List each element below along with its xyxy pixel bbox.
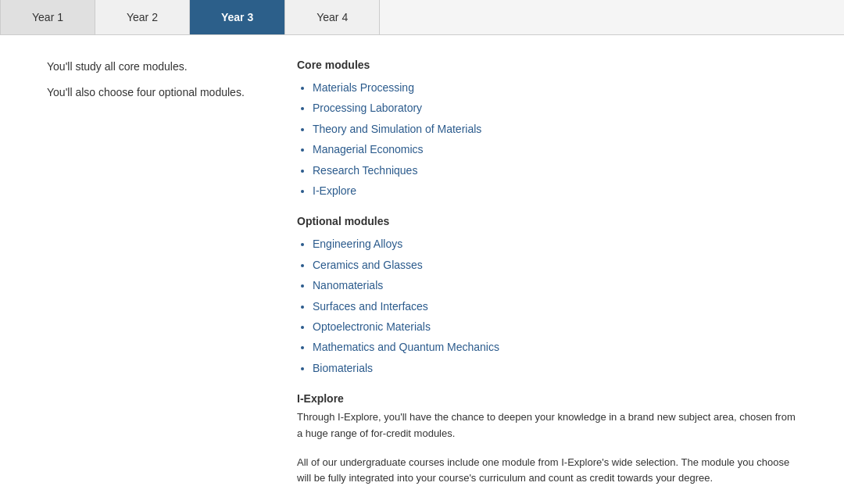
tab-year1[interactable]: Year 1 [0,0,95,34]
list-item: Theory and Simulation of Materials [313,120,797,138]
core-modules-title: Core modules [297,59,797,71]
list-item: Processing Laboratory [313,99,797,116]
core-modules-section: Core modules Materials Processing Proces… [297,59,797,199]
tab-year3[interactable]: Year 3 [190,0,285,34]
optional-modules-list: Engineering Alloys Ceramics and Glasses … [297,235,797,377]
list-item: Managerial Economics [313,141,797,158]
list-item: Optoelectronic Materials [313,318,797,335]
tab-year4[interactable]: Year 4 [285,0,380,34]
i-explore-paragraph1: Through I-Explore, you'll have the chanc… [297,409,797,442]
list-item: Surfaces and Interfaces [313,298,797,315]
list-item: Engineering Alloys [313,235,797,252]
optional-modules-section: Optional modules Engineering Alloys Cera… [297,215,797,377]
choose-optional-text: You'll also choose four optional modules… [47,84,266,101]
list-item: Mathematics and Quantum Mechanics [313,338,797,356]
i-explore-paragraph2: All of our undergraduate courses include… [297,455,797,488]
content-area: You'll study all core modules. You'll al… [0,35,844,504]
list-item: Biomaterials [313,359,797,377]
optional-modules-title: Optional modules [297,215,797,227]
i-explore-title: I-Explore [297,392,797,405]
tab-year2[interactable]: Year 2 [95,0,190,34]
year-tabs: Year 1 Year 2 Year 3 Year 4 [0,0,844,35]
core-modules-list: Materials Processing Processing Laborato… [297,79,797,199]
left-column: You'll study all core modules. You'll al… [47,59,266,499]
list-item: I-Explore [313,182,797,199]
i-explore-section: I-Explore Through I-Explore, you'll have… [297,392,797,487]
list-item: Research Techniques [313,162,797,179]
list-item: Nanomaterials [313,277,797,294]
list-item: Ceramics and Glasses [313,256,797,273]
study-all-text: You'll study all core modules. [47,59,266,75]
right-column: Core modules Materials Processing Proces… [297,59,797,499]
list-item: Materials Processing [313,79,797,96]
